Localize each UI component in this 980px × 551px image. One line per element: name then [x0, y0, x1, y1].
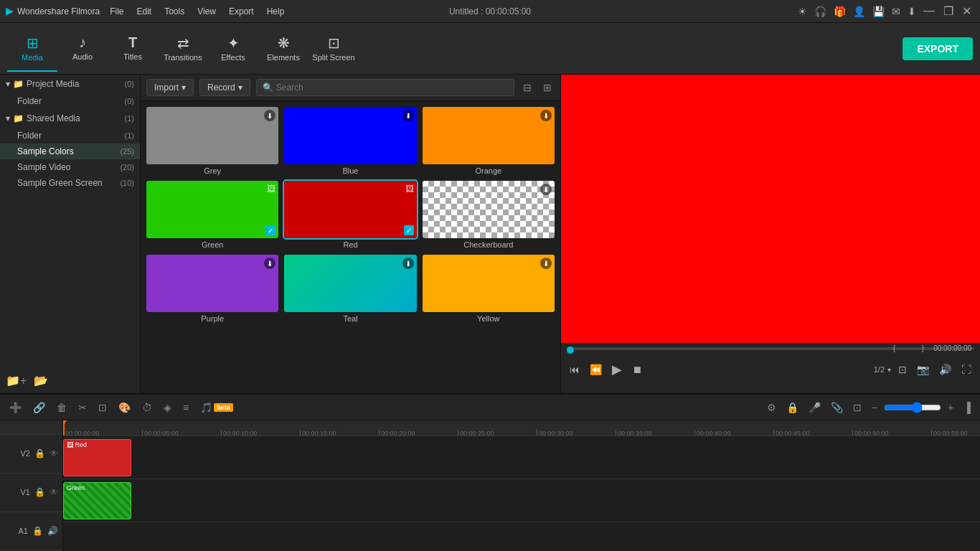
export-button[interactable]: EXPORT	[903, 37, 973, 60]
toolbar-elements[interactable]: ❋ Elements	[258, 26, 308, 72]
clip-button[interactable]: 📎	[827, 400, 847, 415]
track-clip-red[interactable]: 🖼 Red	[63, 439, 131, 476]
playhead-line	[63, 420, 65, 435]
track-a1-lock[interactable]: 🔒	[32, 526, 43, 536]
step-back-button[interactable]: ⏮	[567, 362, 583, 377]
track-a1-mute[interactable]: 🔊	[47, 526, 58, 536]
effects-icon: ✦	[227, 34, 240, 52]
color-button[interactable]: 🎨	[115, 400, 134, 415]
close-button[interactable]: ✕	[959, 4, 974, 18]
gift-icon[interactable]: 🎁	[834, 6, 846, 17]
progress-bar[interactable]	[567, 347, 974, 350]
snapshot-button[interactable]: 📷	[914, 362, 932, 377]
download-icon-blue: ⬇	[402, 110, 414, 121]
collapse-button[interactable]: ▐	[960, 400, 974, 415]
menu-edit[interactable]: Edit	[131, 5, 158, 18]
menu-tools[interactable]: Tools	[159, 5, 190, 18]
sample-colors-count: (25)	[120, 147, 134, 156]
zoom-slider[interactable]	[884, 402, 941, 413]
plus-zoom-button[interactable]: +	[944, 400, 957, 415]
transitions-icon: ⇄	[177, 34, 189, 52]
media-label-green: Green	[146, 240, 278, 249]
media-item-blue[interactable]: ⬇ Blue	[284, 107, 416, 175]
toolbar-splitscreen[interactable]: ⊡ Split Screen	[308, 26, 359, 72]
download-icon[interactable]: ⬇	[908, 6, 916, 17]
maximize-button[interactable]: ❐	[941, 4, 956, 18]
mail-icon[interactable]: ✉	[892, 6, 900, 17]
track-v2-eye[interactable]: 👁	[50, 448, 58, 458]
timeline-scroll-area[interactable]: 00:00:00:00 00:00:05:00 00:00:10:00 00:0…	[63, 420, 980, 551]
media-item-green[interactable]: 🖼 ✓ Green	[146, 181, 278, 249]
settings-button[interactable]: ⛶	[958, 362, 974, 377]
shared-media-folder-label: Folder	[17, 131, 42, 141]
shared-media-folder[interactable]: Folder (1)	[0, 128, 140, 143]
adjust-button[interactable]: ≡	[179, 400, 192, 415]
add-folder-icon[interactable]: 📁+	[6, 374, 27, 387]
project-media-section[interactable]: ▾ 📁 Project Media (0)	[0, 75, 140, 93]
cut-button[interactable]: ✂	[75, 400, 90, 415]
speed-button[interactable]: ⏱	[138, 400, 156, 415]
media-item-red[interactable]: 🖼 ✓ Red	[284, 181, 416, 249]
download-icon-yellow: ⬇	[540, 258, 552, 269]
fullscreen-button[interactable]: ⊡	[895, 362, 910, 377]
shared-media-folder-count: (1)	[125, 131, 134, 140]
delete-button[interactable]: 🗑	[53, 400, 70, 415]
sample-colors-item[interactable]: Sample Colors (25)	[0, 143, 140, 159]
toolbar-audio[interactable]: ♪ Audio	[57, 26, 108, 72]
grid-view-button[interactable]: ⊞	[540, 80, 555, 95]
preview-progress[interactable]: { } 00:00:00:00	[567, 347, 974, 353]
scale-button[interactable]: ⊡	[849, 400, 865, 415]
sample-video-item[interactable]: Sample Video (20)	[0, 159, 140, 175]
preview-controls: { } 00:00:00:00 ⏮ ⏪ ▶ ⏹ 1/2 ▾ ⊡ 📷 🔊 ⛶	[561, 343, 980, 393]
track-v1-lock[interactable]: 🔒	[34, 487, 45, 497]
headphone-icon[interactable]: 🎧	[814, 6, 826, 17]
track-v1-eye[interactable]: 👁	[50, 487, 58, 497]
toolbar-transitions[interactable]: ⇄ Transitions	[158, 26, 208, 72]
toolbar-transitions-label: Transitions	[164, 53, 202, 62]
toolbar-effects[interactable]: ✦ Effects	[208, 26, 258, 72]
add-track-button[interactable]: ➕	[6, 400, 25, 415]
titles-icon: T	[128, 34, 137, 51]
menu-help[interactable]: Help	[261, 5, 291, 18]
search-input[interactable]	[276, 83, 508, 93]
media-item-grey[interactable]: ⬇ Grey	[146, 107, 278, 175]
ratio-chevron-icon: ▾	[887, 366, 891, 374]
minus-zoom-button[interactable]: −	[868, 400, 881, 415]
sun-icon[interactable]: ☀	[798, 6, 807, 17]
audio-mix-button[interactable]: 🎵 beta	[197, 400, 237, 415]
media-item-teal[interactable]: ⬇ Teal	[284, 255, 416, 323]
filter-button[interactable]: ⊟	[520, 80, 534, 95]
audio-button[interactable]: 🔊	[936, 362, 954, 377]
media-item-checkerboard[interactable]: ⬇ Checkerboard	[423, 181, 555, 249]
menu-file[interactable]: File	[104, 5, 129, 18]
import-dropdown[interactable]: Import ▾	[146, 79, 194, 96]
minimize-button[interactable]: —	[920, 4, 938, 18]
crop-button[interactable]: ⊡	[95, 400, 110, 415]
user-icon[interactable]: 👤	[853, 6, 865, 17]
magnet-button[interactable]: 🔒	[783, 400, 802, 415]
track-v2-lock[interactable]: 🔒	[34, 448, 45, 458]
media-item-yellow[interactable]: ⬇ Yellow	[423, 255, 555, 323]
search-bar[interactable]: 🔍	[256, 79, 514, 96]
record-dropdown[interactable]: Record ▾	[199, 79, 250, 96]
link-button[interactable]: 🔗	[29, 400, 49, 415]
play-button[interactable]: ▶	[609, 360, 625, 379]
sample-green-screen-label: Sample Green Screen	[17, 178, 103, 188]
frame-back-button[interactable]: ⏪	[587, 362, 605, 377]
menu-export[interactable]: Export	[223, 5, 260, 18]
toolbar-media[interactable]: ⊞ Media	[7, 26, 57, 72]
import-icon[interactable]: 📂	[34, 374, 48, 387]
zoom-out-button[interactable]: ⚙	[763, 400, 780, 415]
stop-button[interactable]: ⏹	[629, 362, 645, 377]
media-item-purple[interactable]: ⬇ Purple	[146, 255, 278, 323]
toolbar-titles[interactable]: T Titles	[108, 26, 158, 72]
media-item-orange[interactable]: ⬇ Orange	[423, 107, 555, 175]
sample-green-screen-item[interactable]: Sample Green Screen (10)	[0, 175, 140, 191]
save-icon[interactable]: 💾	[872, 6, 885, 17]
project-media-folder[interactable]: Folder (0)	[0, 93, 140, 109]
mask-button[interactable]: ◈	[160, 400, 175, 415]
mic-button[interactable]: 🎤	[805, 400, 824, 415]
menu-view[interactable]: View	[192, 5, 222, 18]
track-clip-green[interactable]: Green	[63, 482, 131, 519]
shared-media-section[interactable]: ▾ 📁 Shared Media (1)	[0, 109, 140, 128]
